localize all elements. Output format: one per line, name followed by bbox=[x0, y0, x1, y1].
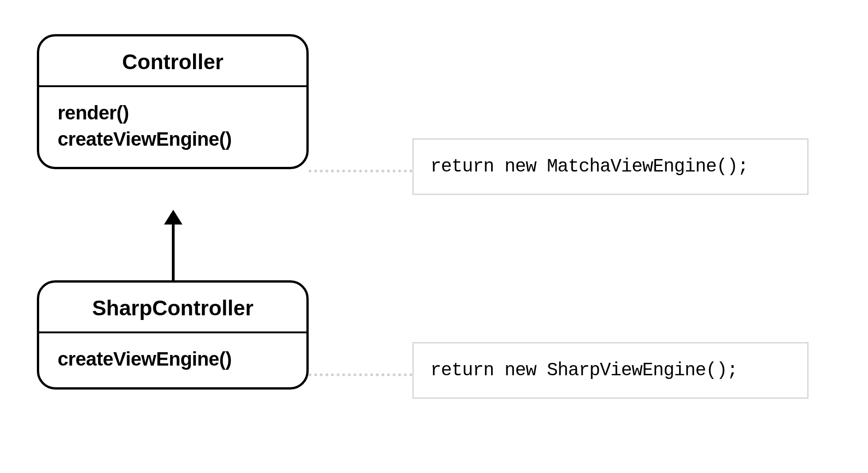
method-render: render() bbox=[58, 100, 288, 126]
note-text-controller: return new MatchaViewEngine(); bbox=[430, 156, 791, 177]
note-box-sharp: return new SharpViewEngine(); bbox=[412, 342, 809, 399]
note-box-controller: return new MatchaViewEngine(); bbox=[412, 138, 809, 195]
class-title-controller: Controller bbox=[39, 36, 306, 87]
class-body-sharpcontroller: createViewEngine() bbox=[39, 333, 306, 387]
inheritance-arrow-head-icon bbox=[164, 210, 182, 225]
class-box-sharpcontroller: SharpController createViewEngine() bbox=[37, 280, 309, 390]
method-createviewengine-sharp: createViewEngine() bbox=[58, 346, 288, 372]
inheritance-arrow-line bbox=[172, 224, 175, 280]
note-text-sharp: return new SharpViewEngine(); bbox=[430, 360, 791, 381]
method-createviewengine-controller: createViewEngine() bbox=[58, 126, 288, 153]
class-body-controller: render() createViewEngine() bbox=[39, 87, 306, 167]
dotted-connector-sharp bbox=[309, 373, 412, 376]
class-title-sharpcontroller: SharpController bbox=[39, 283, 306, 333]
class-box-controller: Controller render() createViewEngine() bbox=[37, 34, 309, 169]
dotted-connector-controller bbox=[309, 170, 412, 172]
